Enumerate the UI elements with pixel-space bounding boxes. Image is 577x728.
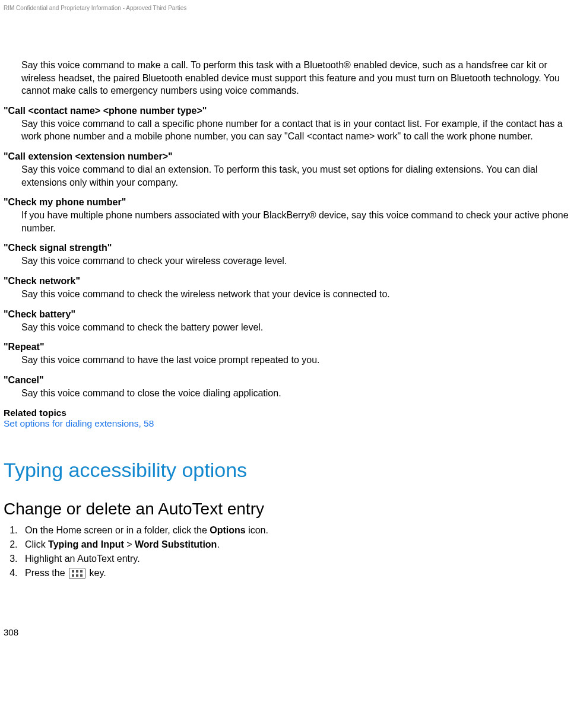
step-item: Highlight an AutoText entry. (20, 553, 573, 565)
command-desc: Say this voice command to make a call. T… (21, 59, 573, 97)
step-item: Click Typing and Input > Word Substituti… (20, 539, 573, 551)
command-term: "Call <contact name> <phone number type>… (4, 106, 573, 116)
command-desc: Say this voice command to close the voic… (21, 387, 573, 400)
command-desc: If you have multiple phone numbers assoc… (21, 209, 573, 234)
command-term: "Check my phone number" (4, 197, 573, 208)
menu-key-icon (69, 568, 85, 579)
command-term: "Check battery" (4, 309, 573, 320)
command-desc: Say this voice command to dial an extens… (21, 163, 573, 189)
related-topics-label: Related topics (4, 408, 573, 418)
step-text: Highlight an AutoText entry. (25, 554, 140, 564)
command-desc: Say this voice command to check your wir… (21, 255, 573, 268)
step-bold: Typing and Input (48, 539, 124, 549)
step-bold: Word Substitution (135, 539, 217, 549)
header-confidential-note: RIM Confidential and Proprietary Informa… (4, 5, 573, 11)
step-text: Press the (25, 568, 68, 578)
command-term: "Check signal strength" (4, 243, 573, 253)
step-bold: Options (210, 525, 245, 535)
command-desc: Say this voice command to call a specifi… (21, 117, 573, 143)
step-item: Press the key. (20, 567, 573, 580)
command-desc: Say this voice command to have the last … (21, 354, 573, 367)
step-text: icon. (246, 525, 268, 535)
step-text: > (124, 539, 135, 549)
command-desc: Say this voice command to check the wire… (21, 288, 573, 301)
command-term: "Call extension <extension number>" (4, 151, 573, 162)
step-text: Click (25, 539, 48, 549)
command-term: "Check network" (4, 276, 573, 287)
step-item: On the Home screen or in a folder, click… (20, 524, 573, 537)
steps-list: On the Home screen or in a folder, click… (9, 524, 573, 579)
step-text: On the Home screen or in a folder, click… (25, 525, 210, 535)
related-topic-link[interactable]: Set options for dialing extensions, 58 (4, 418, 573, 429)
page-number: 308 (4, 627, 573, 637)
command-term: "Cancel" (4, 375, 573, 386)
step-text: . (217, 539, 219, 549)
section-heading-typing: Typing accessibility options (4, 459, 573, 482)
subsection-heading-autotext: Change or delete an AutoText entry (4, 500, 573, 519)
command-term: "Repeat" (4, 342, 573, 352)
command-desc: Say this voice command to check the batt… (21, 321, 573, 334)
voice-command-list: Say this voice command to make a call. T… (4, 59, 573, 399)
step-text: key. (87, 568, 106, 578)
